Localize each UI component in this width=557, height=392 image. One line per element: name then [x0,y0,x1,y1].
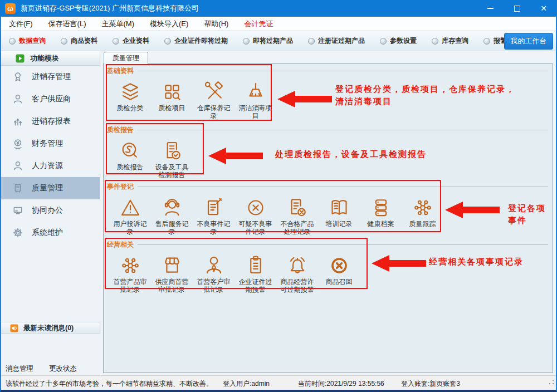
broom-icon [245,79,267,105]
medal-icon [12,71,23,82]
feature-business-license-expiry-alert[interactable]: 商品经营许可过期预警 [276,253,318,294]
sidebar-footer: 消息管理 更改状态 [1,362,100,375]
feature-qc-category[interactable]: 质检分类 [109,79,151,120]
menu-accounting-voucher[interactable]: 会计凭证 [244,19,273,29]
toolbar-parameter-settings[interactable]: 参数设置 [380,36,417,46]
tab-bar: 质量管理 [100,51,556,63]
sidebar-item-human-resources[interactable]: 人力资源 [1,155,100,177]
status-current-time: 当前时间:2021/9/29 13:55:56 [298,379,384,389]
toolbar-product-info[interactable]: 商品资料 [61,36,97,46]
feature-training-record[interactable]: 培训记录 [318,195,360,236]
maximize-button[interactable] [504,0,530,17]
sidebar-item-inventory-management[interactable]: 进销存管理 [1,66,100,88]
layers-icon [119,79,141,105]
close-button[interactable]: ✕ [530,0,557,17]
feature-enterprise-certificate-expiry-alert[interactable]: 企业证件过期预警 [234,253,276,294]
person-tie-icon [203,253,225,278]
molecule-icon [119,253,141,278]
toolbar-expiring-products[interactable]: 即将过期产品 [243,36,293,46]
feature-quality-tracking[interactable]: 质量跟踪 [402,195,443,236]
resize-grip[interactable] [549,379,554,385]
menu-save-language[interactable]: 保存语言(L) [48,19,86,29]
database-icon [370,195,392,220]
group-divider [138,130,548,130]
sidebar-item-collaborative-office[interactable]: 协同办公 [1,199,100,222]
sidebar: 功能模块 进销存管理 客户供应商 进销存报表 财务管理 人力资源 [1,51,100,375]
headset-icon [161,195,183,220]
my-workbench-button[interactable]: 我的工作台 [504,33,553,50]
feature-cleaning-disinfection-item[interactable]: 清洁消毒项目 [234,79,276,120]
menu-file[interactable]: 文件(F) [9,19,33,29]
menu-help[interactable]: 帮助(H) [204,19,228,29]
message-management-link[interactable]: 消息管理 [6,364,33,374]
sidebar-item-system-maintenance[interactable]: 系统维护 [1,222,100,244]
grid-search-icon [161,79,183,105]
feature-first-product-approval-record[interactable]: 首营产品审批记录 [109,253,151,294]
unread-messages-label: 最新未读消息(0) [23,324,74,333]
sidebar-item-inventory-reports[interactable]: 进销存报表 [1,110,100,133]
menu-bar: 文件(F) 保存语言(L) 主菜单(M) 模块导入(E) 帮助(H) 会计凭证 [1,17,556,31]
toolbar-registration-cert-expired-products[interactable]: 注册证过期产品 [308,36,365,46]
radio-dot-icon [243,38,250,45]
minimize-button[interactable] [477,0,504,17]
person-icon [12,160,23,171]
radio-dot-icon [483,38,490,45]
feature-health-archive[interactable]: 健康档案 [360,195,402,236]
menu-main-menu[interactable]: 主菜单(M) [102,19,135,29]
group-basic-data: 基础资料 质检分类 质检项目 仓库保养记录 [107,66,548,120]
feature-supplier-first-approval-record[interactable]: 供应商首营审批记录 [151,253,193,294]
menu-module-import[interactable]: 模块导入(E) [150,19,188,29]
speaker-icon [10,324,18,332]
doc-check-icon [161,138,183,164]
status-login-user: 登入用户:admin [223,379,270,389]
status-bar: 该软件经过了十多年的市场考验，每一个细节都精益求精、不断改善。 登入用户:adm… [1,375,556,390]
change-status-link[interactable]: 更改状态 [49,364,77,374]
group-divider [138,71,548,71]
sidebar-item-finance-management[interactable]: 财务管理 [1,133,100,155]
sidebar-item-quality-management[interactable]: 质量管理 [1,177,100,199]
toolbar-inventory-query[interactable]: 库存查询 [432,36,468,46]
feature-after-sales-service-record[interactable]: 售后服务记录 [151,195,193,236]
warning-icon [119,195,141,220]
play-module-icon [16,54,25,63]
tab-quality-management[interactable]: 质量管理 [104,52,148,64]
unread-messages-bar[interactable]: 最新未读消息(0) [1,322,100,334]
sidebar-header: 功能模块 [1,51,100,66]
minimize-icon [487,8,494,9]
group-title: 经营相关 [107,240,134,249]
group-divider [138,244,548,245]
feature-suspected-adverse-event-record[interactable]: 可疑不良事件记录 [234,195,276,236]
close-icon: ✕ [540,4,547,13]
group-qc-reports: 质检报告 质检报告 设备及工具检测报告 [107,125,548,179]
app-window: ω 新页进销存-GSP专版(2021) 广州新页信息科技有限公司 ✕ 文件(F)… [0,0,557,392]
main-area: 质量管理 基础资料 质检分类 质检项目 [100,51,556,375]
feature-qc-item[interactable]: 质检项目 [151,79,193,120]
person-icon [12,94,23,105]
notebook-icon [12,183,23,194]
sidebar-header-label: 功能模块 [30,53,59,63]
toolbar-data-query[interactable]: 数据查询 [9,36,46,46]
feature-nonconforming-product-handling-record[interactable]: 不合格产品处理记录 [276,195,318,236]
molecule-icon [412,195,434,220]
store-icon [161,253,183,278]
title-bar: ω 新页进销存-GSP专版(2021) 广州新页信息科技有限公司 ✕ [0,0,557,17]
radio-dot-icon [113,38,119,45]
gear-icon [12,227,23,238]
feature-user-complaint-record[interactable]: 用户投诉记录 [109,195,151,236]
toolbar-enterprise-info[interactable]: 企业资料 [113,36,149,46]
clipboard-icon [245,253,267,278]
feature-product-recall[interactable]: 商品召回 [318,253,360,294]
tool-bar: 数据查询 商品资料 企业资料 企业证件即将过期 即将过期产品 注册证过期产品 参… [1,31,556,51]
feature-first-customer-approval-record[interactable]: 首营客户审批记录 [193,253,234,294]
feature-equipment-tool-test-report[interactable]: 设备及工具检测报告 [151,138,193,179]
x-circle-icon [245,195,267,220]
radio-dot-icon [61,38,67,45]
status-login-account: 登入账套:新页账套3 [401,379,460,389]
feature-adverse-event-record[interactable]: 不良事件记录 [193,195,234,236]
sidebar-item-customer-supplier[interactable]: 客户供应商 [1,88,100,110]
feature-qc-report[interactable]: 质检报告 [109,138,151,179]
toolbar-enterprise-cert-expiring[interactable]: 企业证件即将过期 [164,36,228,46]
bell-icon [286,253,309,278]
feature-warehouse-maintenance-record[interactable]: 仓库保养记录 [193,79,234,120]
group-event-registration: 事件登记 用户投诉记录 售后服务记录 不良事件记录 [107,182,548,236]
